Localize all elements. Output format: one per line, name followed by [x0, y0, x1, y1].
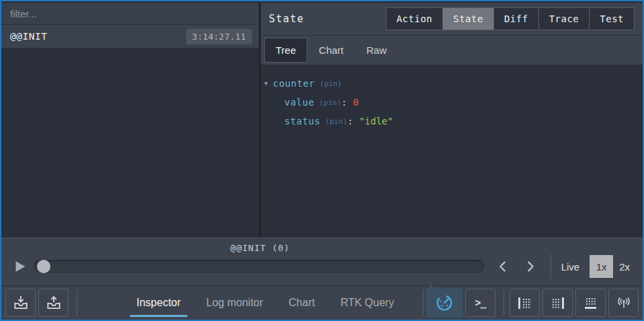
- dock-right-button[interactable]: [542, 289, 573, 317]
- toolbar-right-cluster: >_: [417, 288, 639, 318]
- pin-tag[interactable]: (pin): [325, 117, 348, 126]
- action-list-item[interactable]: @@INIT 3:14:27.11: [1, 25, 259, 48]
- speed-1x-button[interactable]: 1x: [590, 255, 613, 278]
- live-button[interactable]: Live: [561, 261, 580, 273]
- expander-icon[interactable]: ▼: [264, 80, 273, 87]
- play-icon: [13, 258, 28, 275]
- tab-diff[interactable]: Diff: [493, 7, 539, 30]
- panel-title: State: [269, 13, 305, 25]
- monitor-tab-log-monitor[interactable]: Log monitor: [205, 295, 265, 310]
- chevron-left-icon: [495, 259, 510, 274]
- timeline-slider[interactable]: [34, 260, 484, 273]
- tree-key: value: [284, 97, 315, 108]
- inspector-tab-group: Action State Diff Trace Test: [387, 7, 635, 30]
- key-separator: :: [341, 97, 347, 108]
- state-view-subtabs: Tree Chart Raw: [261, 35, 643, 65]
- tree-key: status: [284, 116, 321, 127]
- subtab-raw[interactable]: Raw: [355, 38, 398, 63]
- monitor-tabs: Inspector Log monitor Chart RTK Query: [135, 286, 395, 320]
- filter-input[interactable]: [1, 3, 259, 24]
- pin-tag[interactable]: (pin): [320, 79, 342, 88]
- playback-bar: @@INIT (0) Live 1x 2x: [1, 238, 643, 285]
- chevron-right-icon: [523, 259, 538, 274]
- tab-action[interactable]: Action: [386, 7, 444, 30]
- step-back-button[interactable]: [494, 258, 512, 275]
- monitor-tab-rtk-query[interactable]: RTK Query: [339, 295, 395, 310]
- tab-test[interactable]: Test: [589, 7, 635, 30]
- toolbar-divider: [77, 290, 77, 316]
- broadcast-icon: [615, 295, 633, 311]
- remote-button[interactable]: [608, 289, 639, 317]
- subtab-tree[interactable]: Tree: [264, 38, 307, 63]
- step-forward-button[interactable]: [522, 258, 539, 275]
- slider-thumb[interactable]: [37, 260, 50, 273]
- dock-right-icon: [551, 297, 564, 309]
- tree-value: "idle": [359, 116, 393, 127]
- tree-node-counter[interactable]: ▼ counter (pin): [264, 74, 643, 93]
- import-tray-icon: [12, 294, 30, 312]
- playback-divider: [551, 254, 551, 279]
- import-button[interactable]: [5, 289, 36, 317]
- dock-left-button[interactable]: [510, 289, 540, 317]
- tree-key: counter: [273, 78, 315, 89]
- play-button[interactable]: [12, 258, 28, 275]
- action-timestamp: 3:14:27.11: [186, 29, 252, 44]
- autoselect-gauge-button[interactable]: [426, 288, 462, 318]
- dispatcher-button[interactable]: >_: [465, 289, 495, 317]
- toolbar-divider: [504, 290, 504, 316]
- monitor-tab-chart[interactable]: Chart: [287, 295, 316, 310]
- export-tray-icon: [45, 294, 63, 312]
- subtab-chart[interactable]: Chart: [307, 38, 355, 63]
- monitor-tab-inspector[interactable]: Inspector: [135, 295, 182, 310]
- dock-bottom-button[interactable]: [575, 289, 606, 317]
- speed-2x-button[interactable]: 2x: [613, 256, 636, 278]
- top-region: @@INIT 3:14:27.11 State Action State Dif…: [1, 1, 643, 238]
- bottom-toolbar: Inspector Log monitor Chart RTK Query: [1, 285, 643, 320]
- tab-state[interactable]: State: [442, 7, 494, 30]
- dock-left-icon: [518, 297, 531, 309]
- filter-bar: [1, 3, 259, 25]
- current-action-label: @@INIT (0): [231, 243, 290, 253]
- action-name: @@INIT: [10, 31, 47, 42]
- export-button[interactable]: [38, 289, 69, 317]
- tab-trace[interactable]: Trace: [538, 7, 590, 30]
- gauge-icon: [434, 293, 454, 313]
- tree-value: 0: [353, 97, 358, 108]
- terminal-icon: >_: [475, 297, 485, 309]
- toolbar-divider: [423, 290, 424, 316]
- redux-devtools-window: @@INIT 3:14:27.11 State Action State Dif…: [0, 0, 644, 321]
- tree-node-value[interactable]: value (pin): 0: [284, 93, 643, 112]
- state-panel: State Action State Diff Trace Test Tree …: [261, 3, 643, 238]
- action-list-panel: @@INIT 3:14:27.11: [1, 3, 259, 238]
- dock-bottom-icon: [585, 297, 596, 309]
- pin-tag[interactable]: (pin): [319, 98, 341, 107]
- state-panel-header: State Action State Diff Trace Test: [261, 3, 643, 35]
- state-tree: ▼ counter (pin) value (pin): 0 status (p…: [261, 65, 643, 238]
- key-separator: :: [348, 116, 353, 127]
- tree-node-status[interactable]: status (pin): "idle": [284, 112, 643, 131]
